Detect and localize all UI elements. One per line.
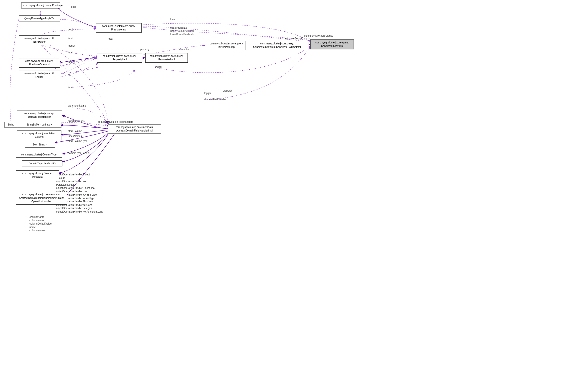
node-i18nhelper: com.mysql.clusterj.core.util.I18NHelper xyxy=(19,35,60,45)
node-parameterimpl: com.mysql.clusterj.core.query.ParameterI… xyxy=(145,53,188,63)
node-column: com.mysql.clusterj.annotation.Column xyxy=(17,130,61,140)
node-abstracthandler-object: com.mysql.clusterj.core.metadata.Abstrac… xyxy=(16,192,67,205)
node-predicateimpl: com.mysql.clusterj.core.query.PredicateI… xyxy=(96,23,142,33)
label-local4: local xyxy=(68,86,73,89)
node-candidatecolumn: com.mysql.clusterj.core.query.CandidateI… xyxy=(245,41,309,50)
node-propertyimpl: com.mysql.clusterj.core.query.PropertyIm… xyxy=(97,53,142,63)
node-querydomain: QueryDomainTypeImpl<?> xyxy=(19,15,60,21)
node-columntype: com.mysql.clusterj.ColumnType xyxy=(16,152,62,158)
node-predicateoperand: com.mysql.clusterj.query.PredicateOperan… xyxy=(19,58,60,68)
node-domainfieldhandler: com.mysql.clusterj.core.spi.DomainFieldH… xyxy=(17,111,62,120)
node-columnmetadata: com.mysql.clusterj.ColumnMetadata xyxy=(16,170,59,180)
label-indexnull: indexForNullWhereClause xyxy=(304,34,333,37)
label-property1: property xyxy=(140,48,150,51)
diagram-container: com.mysql.clusterj.query. Predicate Quer… xyxy=(0,0,588,382)
node-predicate: com.mysql.clusterj.query. Predicate xyxy=(21,2,60,8)
node-logger: com.mysql.clusterj.core.util.Logger xyxy=(19,71,60,80)
label-domainfield: domainFieldHandler xyxy=(204,98,227,101)
label-fmd: fmd xyxy=(68,74,72,77)
label-dobj1: dobj xyxy=(71,5,76,8)
label-indexnames: indexNames xyxy=(68,135,82,137)
label-dobj2: dobj xyxy=(68,28,73,31)
node-candidateindex: com.mysql.clusterj.core.query.CandidateI… xyxy=(310,39,354,49)
label-composite: compositeDomainFieldHandlers xyxy=(98,121,133,123)
node-stringbuffer: StringBuffer< buff_sz > xyxy=(17,122,61,128)
node-string: String xyxy=(4,122,17,128)
label-equalpred: equalPredicateupperBoundPredicatelowerBo… xyxy=(170,26,195,36)
label-storecolumn: storeColumn xyxy=(68,130,82,132)
label-logger1: logger xyxy=(68,44,75,47)
label-logger3: logger xyxy=(155,66,162,68)
label-local3: local xyxy=(68,51,73,54)
label-logger2: logger xyxy=(68,61,75,63)
label-domaintypehandler: domainTypeHandler xyxy=(68,152,90,154)
node-inpredicate: com.mysql.clusterj.core.query.InPredicat… xyxy=(205,41,248,50)
label-errormsg: errorMessages xyxy=(68,120,85,123)
label-parameter: parameter xyxy=(178,48,189,51)
node-abstracthandler: com.mysql.clusterj.core.metadata.Abstrac… xyxy=(108,124,161,134)
label-charsetname: charsetName columnName columnDefaultValu… xyxy=(29,215,52,232)
node-domaintypehandler: DomainTypeHandler<?> xyxy=(22,160,62,166)
label-parametername: parameterName xyxy=(68,104,86,107)
label-local1: local xyxy=(170,18,176,21)
label-storecolumntype: storeColumnType xyxy=(68,140,87,142)
label-property2: property xyxy=(223,89,232,92)
label-logger4: logger xyxy=(204,92,211,95)
label-local5: local xyxy=(108,37,113,40)
label-local2: local xyxy=(68,37,73,40)
node-setstring: Set< String > xyxy=(25,142,55,148)
